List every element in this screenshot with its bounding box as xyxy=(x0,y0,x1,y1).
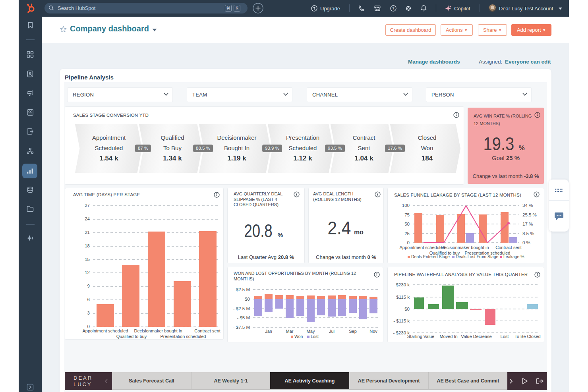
svg-text:?: ? xyxy=(392,6,394,10)
